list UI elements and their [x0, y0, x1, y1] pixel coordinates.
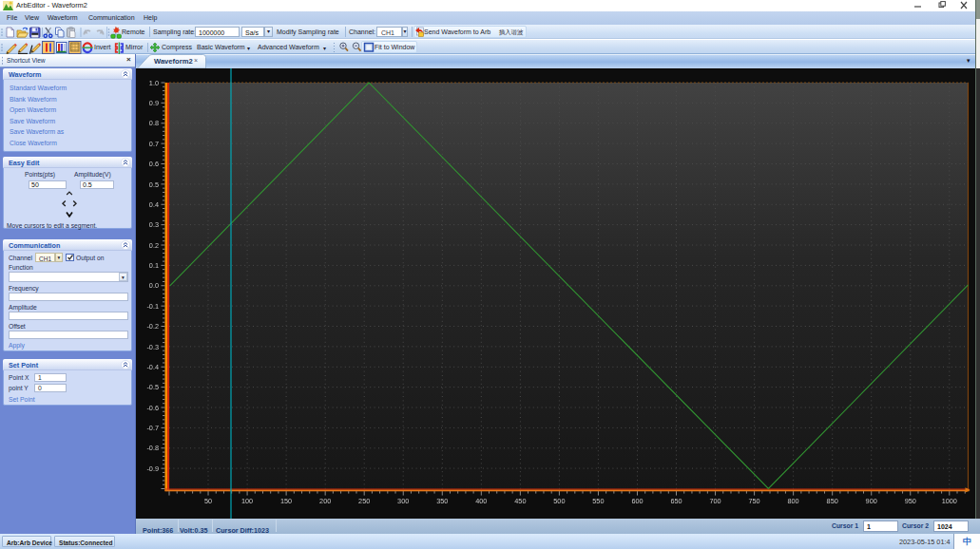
svg-text:-0.5: -0.5: [146, 383, 159, 391]
svg-text:0.6: 0.6: [149, 160, 159, 168]
svg-text:-0.9: -0.9: [146, 464, 159, 473]
svg-text:0.9: 0.9: [149, 99, 159, 107]
svg-text:0.8: 0.8: [149, 119, 159, 127]
svg-text:0.0: 0.0: [149, 281, 159, 290]
svg-text:0.1: 0.1: [149, 261, 159, 270]
svg-text:-0.8: -0.8: [146, 444, 159, 452]
svg-text:0.4: 0.4: [149, 200, 159, 209]
svg-text:200: 200: [319, 497, 331, 505]
svg-text:800: 800: [788, 497, 799, 505]
svg-text:1.0: 1.0: [149, 79, 159, 87]
svg-text:400: 400: [475, 497, 487, 505]
svg-text:550: 550: [592, 497, 604, 505]
svg-text:850: 850: [827, 497, 838, 505]
svg-text:350: 350: [436, 497, 448, 505]
svg-text:450: 450: [514, 497, 526, 505]
svg-text:0.7: 0.7: [149, 140, 159, 148]
svg-text:-0.1: -0.1: [146, 302, 159, 311]
svg-text:150: 150: [280, 497, 292, 505]
svg-text:-0.2: -0.2: [146, 322, 159, 331]
svg-text:0.3: 0.3: [149, 220, 159, 229]
svg-text:500: 500: [553, 497, 565, 505]
svg-text:0.5: 0.5: [149, 180, 159, 189]
svg-text:-0.4: -0.4: [146, 363, 159, 371]
svg-text:-0.7: -0.7: [146, 424, 159, 432]
svg-text:700: 700: [710, 497, 721, 505]
svg-text:100: 100: [241, 497, 253, 505]
svg-text:900: 900: [866, 497, 877, 505]
svg-text:250: 250: [358, 497, 370, 505]
svg-text:750: 750: [749, 497, 760, 505]
svg-text:1000: 1000: [942, 497, 957, 505]
svg-text:950: 950: [905, 497, 916, 505]
svg-text:0.2: 0.2: [149, 241, 159, 250]
svg-text:-0.6: -0.6: [146, 404, 159, 412]
svg-text:300: 300: [397, 497, 409, 505]
svg-text:650: 650: [670, 497, 682, 505]
svg-text:-0.3: -0.3: [146, 343, 159, 351]
svg-text:50: 50: [204, 497, 212, 505]
svg-text:600: 600: [631, 497, 643, 505]
